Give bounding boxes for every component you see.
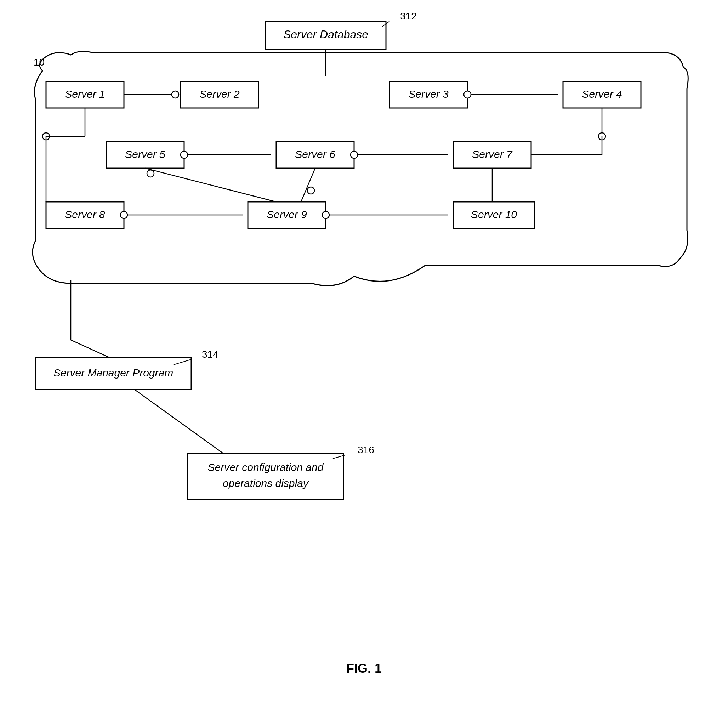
ref-312: 312 (400, 11, 417, 21)
ref-314: 314 (202, 349, 219, 360)
svg-text:Server 3: Server 3 (408, 88, 449, 100)
svg-line-50 (71, 340, 110, 358)
svg-text:Server configuration and: Server configuration and (208, 461, 324, 473)
svg-text:Server 5: Server 5 (125, 148, 165, 160)
svg-point-13 (172, 91, 179, 98)
svg-rect-55 (188, 453, 343, 499)
svg-text:operations display: operations display (223, 478, 309, 489)
svg-text:Server Manager Program: Server Manager Program (54, 367, 173, 378)
ref-316: 316 (358, 444, 374, 455)
svg-point-43 (322, 211, 329, 219)
svg-text:Server 2: Server 2 (199, 88, 240, 100)
svg-point-41 (120, 211, 127, 219)
svg-point-29 (180, 151, 188, 158)
svg-text:Server 4: Server 4 (582, 88, 622, 100)
fig-caption: FIG. 1 (346, 661, 382, 676)
svg-point-45 (147, 170, 154, 177)
svg-text:Server 1: Server 1 (65, 88, 105, 100)
svg-text:Server 9: Server 9 (267, 208, 307, 220)
svg-text:Server 8: Server 8 (65, 208, 105, 220)
svg-line-54 (135, 390, 223, 453)
svg-point-47 (307, 187, 314, 194)
ref-10: 10 (34, 57, 44, 67)
svg-text:Server 6: Server 6 (295, 148, 335, 160)
svg-line-46 (301, 168, 315, 202)
svg-text:Server Database: Server Database (283, 28, 368, 41)
svg-point-15 (464, 91, 471, 98)
svg-text:Server 7: Server 7 (472, 148, 513, 160)
diagram-svg: Server Database 312 10 Server 1 Server 2… (0, 0, 728, 727)
svg-point-31 (350, 151, 358, 158)
diagram-container: Server Database 312 10 Server 1 Server 2… (0, 0, 728, 727)
svg-line-44 (145, 168, 276, 202)
svg-text:Server 10: Server 10 (471, 208, 517, 220)
